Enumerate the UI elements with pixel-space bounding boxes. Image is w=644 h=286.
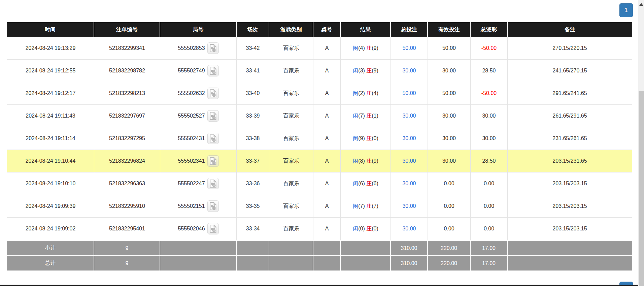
col-header-session: 场次 xyxy=(237,22,269,37)
cell-total-bet-link[interactable]: 50.00 xyxy=(391,82,428,105)
summary-valid-bet: 220.00 xyxy=(428,240,471,255)
summary-total-bet: 310.00 xyxy=(391,240,428,255)
cell-time: 2024-08-24 19:11:43 xyxy=(7,105,94,127)
table-row: 2024-08-24 19:11:43 521832297697 5555025… xyxy=(7,105,632,127)
cell-total-bet-link[interactable]: 30.00 xyxy=(391,150,428,172)
table-row: 2024-08-24 19:10:10 521832296363 5555022… xyxy=(7,172,632,195)
result-banker-label: 庄 xyxy=(366,45,372,51)
cell-valid-bet: 50.00 xyxy=(428,37,471,60)
video-replay-button[interactable] xyxy=(207,200,219,212)
cell-result: 闲(7) 庄(1) xyxy=(341,105,391,127)
result-banker-label: 庄 xyxy=(366,90,372,96)
cell-total-bet-link[interactable]: 30.00 xyxy=(391,127,428,150)
video-file-icon xyxy=(209,44,217,53)
cell-total-bet-link[interactable]: 30.00 xyxy=(391,172,428,195)
cell-time: 2024-08-24 19:12:55 xyxy=(7,60,94,82)
result-player-label: 闲 xyxy=(353,203,358,209)
cell-valid-bet: 30.00 xyxy=(428,60,471,82)
cell-total-bet-link[interactable]: 30.00 xyxy=(391,195,428,218)
cell-total-payout: 28.50 xyxy=(471,150,508,172)
video-replay-button[interactable] xyxy=(207,178,219,189)
round-no-text: 555502527 xyxy=(178,113,205,119)
cell-valid-bet: 30.00 xyxy=(428,105,471,127)
summary-row: 总计 9 310.00 220.00 17.00 xyxy=(7,255,632,271)
cell-valid-bet: 30.00 xyxy=(428,150,471,172)
cell-remark: 261.65/291.65 xyxy=(508,105,632,127)
summary-empty xyxy=(313,255,341,271)
col-header-total-bet: 总投注 xyxy=(391,22,428,37)
cell-valid-bet: 0.00 xyxy=(428,172,471,195)
result-banker-score: (1) xyxy=(372,113,378,119)
cell-game-type: 百家乐 xyxy=(269,172,313,195)
cell-total-bet-link[interactable]: 30.00 xyxy=(391,60,428,82)
cell-total-payout: 0.00 xyxy=(471,218,508,240)
result-player-label: 闲 xyxy=(353,181,358,186)
cell-total-payout: 0.00 xyxy=(471,195,508,218)
scroll-up-arrow-icon[interactable] xyxy=(639,3,643,6)
col-header-total-payout: 总派彩 xyxy=(471,22,508,37)
cell-total-payout: 0.00 xyxy=(471,172,508,195)
video-replay-button[interactable] xyxy=(207,133,219,144)
result-banker-label: 庄 xyxy=(366,158,372,164)
summary-empty xyxy=(160,255,237,271)
col-header-table-no: 桌号 xyxy=(313,22,341,37)
summary-empty xyxy=(237,255,269,271)
cell-session: 33-42 xyxy=(237,37,269,60)
cell-total-bet-link[interactable]: 30.00 xyxy=(391,218,428,240)
summary-empty xyxy=(237,240,269,255)
result-banker-label: 庄 xyxy=(366,203,372,209)
result-banker-label: 庄 xyxy=(366,226,372,231)
cell-round-no: 555502341 xyxy=(160,150,237,172)
cell-session: 33-38 xyxy=(237,127,269,150)
summary-total-payout: 17.00 xyxy=(471,240,508,255)
scrollbar-thumb[interactable] xyxy=(639,91,644,286)
cell-remark: 203.15/203.15 xyxy=(508,195,632,218)
video-replay-button[interactable] xyxy=(207,155,219,167)
result-banker-score: (4) xyxy=(372,90,378,96)
cell-total-payout: 28.50 xyxy=(471,60,508,82)
cell-table-no: A xyxy=(313,60,341,82)
cell-game-type: 百家乐 xyxy=(269,127,313,150)
result-player-score: (3) xyxy=(358,68,365,73)
col-header-bet-no: 注单编号 xyxy=(94,22,160,37)
cell-table-no: A xyxy=(313,218,341,240)
result-player-label: 闲 xyxy=(353,135,358,141)
cell-result: 闲(2) 庄(4) xyxy=(341,82,391,105)
col-header-remark: 备注 xyxy=(508,22,632,37)
cell-remark: 231.65/261.65 xyxy=(508,127,632,150)
video-replay-button[interactable] xyxy=(207,65,219,76)
table-row: 2024-08-24 19:12:17 521832298213 5555026… xyxy=(7,82,632,105)
cell-bet-no: 521832295910 xyxy=(94,195,160,218)
cell-total-payout: -50.00 xyxy=(471,37,508,60)
vertical-scrollbar[interactable] xyxy=(638,0,644,286)
video-replay-button[interactable] xyxy=(207,42,219,54)
video-replay-button[interactable] xyxy=(207,223,219,234)
round-no-text: 555502632 xyxy=(178,90,205,96)
video-file-icon xyxy=(209,89,217,98)
cell-remark: 291.65/241.65 xyxy=(508,82,632,105)
cell-table-no: A xyxy=(313,105,341,127)
video-file-icon xyxy=(209,179,217,188)
summary-empty xyxy=(508,240,632,255)
bet-records-table: 时间 注单编号 局号 场次 游戏类别 桌号 结果 总投注 有效投注 总派彩 备注… xyxy=(7,22,632,271)
cell-total-bet-link[interactable]: 30.00 xyxy=(391,105,428,127)
result-banker-score: (0) xyxy=(372,135,378,141)
result-banker-score: (0) xyxy=(372,226,378,231)
result-banker-score: (7) xyxy=(372,203,378,209)
cell-bet-no: 521832296824 xyxy=(94,150,160,172)
cell-result: 闲(6) 庄(6) xyxy=(341,172,391,195)
summary-empty xyxy=(160,240,237,255)
video-replay-button[interactable] xyxy=(207,88,219,99)
result-banker-label: 庄 xyxy=(366,113,372,119)
summary-empty xyxy=(508,255,632,271)
table-header-row: 时间 注单编号 局号 场次 游戏类别 桌号 结果 总投注 有效投注 总派彩 备注 xyxy=(7,22,632,37)
result-player-score: (2) xyxy=(358,90,365,96)
pagination-page-1-button-top[interactable]: 1 xyxy=(619,3,633,17)
cell-game-type: 百家乐 xyxy=(269,105,313,127)
cell-session: 33-40 xyxy=(237,82,269,105)
col-header-result: 结果 xyxy=(341,22,391,37)
bottom-bar xyxy=(0,285,638,286)
cell-total-bet-link[interactable]: 50.00 xyxy=(391,37,428,60)
video-replay-button[interactable] xyxy=(207,110,219,122)
result-banker-score: (9) xyxy=(372,158,378,164)
